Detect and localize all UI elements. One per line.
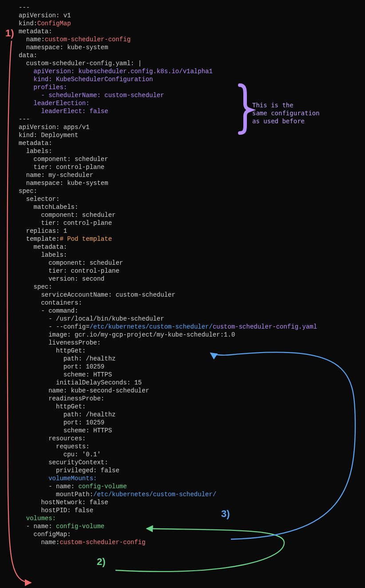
- configmap-name: custom-scheduler-config: [45, 36, 131, 43]
- code-line: apiVersion: apps/v1: [19, 124, 90, 131]
- code-line: apiVersion: v1: [19, 12, 71, 19]
- marker-one: 1): [5, 29, 14, 37]
- volmount-name: config-volume: [78, 483, 127, 490]
- code-line: - command:: [19, 307, 78, 314]
- code-line: scheme: HTTPS: [19, 427, 112, 434]
- embedded-config-line: kind: KubeSchedulerConfiguration: [19, 76, 153, 83]
- code-line: spec:: [19, 283, 52, 290]
- vol-name: config-volume: [56, 523, 104, 530]
- code-line: name:: [19, 36, 45, 43]
- mount-path: /etc/kubernetes/custom-scheduler/: [93, 491, 216, 498]
- code-line: path: /healthz: [19, 411, 115, 418]
- code-line: namespace: kube-system: [19, 44, 108, 51]
- code-line: component: scheduler: [19, 259, 123, 267]
- yaml-code-block: --- apiVersion: v1 kind:ConfigMap metada…: [19, 4, 317, 546]
- code-line: containers:: [19, 299, 82, 306]
- code-line: ---: [19, 116, 30, 123]
- code-line: template:: [19, 235, 60, 243]
- code-line: component: scheduler: [19, 156, 108, 163]
- code-line: - /usr/local/bin/kube-scheduler: [19, 315, 164, 322]
- diagram-stage: 1) 2) 3) This is the same configuration …: [0, 0, 365, 588]
- pod-template-comment: # Pod template: [60, 235, 112, 243]
- code-line: custom-scheduler-config.yaml: |: [19, 60, 142, 67]
- embedded-config-line: leaderElect: false: [19, 108, 108, 115]
- volumemounts-key: volumeMounts:: [19, 475, 97, 482]
- code-line: requests:: [19, 443, 90, 450]
- code-line: component: scheduler: [19, 212, 115, 219]
- marker-two: 2): [97, 558, 106, 566]
- code-line: labels:: [19, 251, 67, 259]
- code-line: readinessProbe:: [19, 395, 104, 402]
- code-line: - --config=: [19, 323, 90, 330]
- code-line: labels:: [19, 148, 52, 155]
- code-line: kind: Deployment: [19, 132, 78, 139]
- code-line: httpGet:: [19, 403, 86, 410]
- code-line: kind:: [19, 20, 37, 27]
- config-path-file: custom-scheduler-config.yaml: [213, 323, 317, 330]
- code-line: matchLabels:: [19, 204, 78, 211]
- embedded-config-line: leaderElection:: [19, 100, 90, 107]
- code-line: name: kube-second-scheduler: [19, 387, 149, 394]
- code-line: - name:: [19, 523, 56, 530]
- code-line: selector:: [19, 196, 60, 203]
- code-line: securityContext:: [19, 459, 108, 466]
- code-line: cpu: '0.1': [19, 451, 101, 458]
- code-line: version: second: [19, 275, 104, 282]
- code-line: tier: control-plane: [19, 164, 104, 171]
- embedded-config-line: - schedulerName: custom-scheduler: [19, 92, 164, 99]
- code-line: name:: [19, 539, 60, 546]
- kind-configmap: ConfigMap: [37, 20, 71, 27]
- code-line: hostPID: false: [19, 507, 93, 514]
- code-line: livenessProbe:: [19, 339, 101, 346]
- embedded-config-line: profiles:: [19, 84, 67, 91]
- code-line: ---: [19, 4, 30, 11]
- code-line: scheme: HTTPS: [19, 371, 112, 378]
- code-line: httpGet:: [19, 347, 86, 354]
- code-line: - name:: [19, 483, 78, 490]
- code-line: serviceAccountName: custom-scheduler: [19, 291, 175, 298]
- code-line: privileged: false: [19, 467, 119, 474]
- code-line: path: /healthz: [19, 355, 115, 362]
- code-line: metadata:: [19, 28, 52, 35]
- code-line: initialDelaySeconds: 15: [19, 379, 142, 386]
- code-line: hostNetwork: false: [19, 499, 108, 506]
- code-line: tier: control-plane: [19, 220, 112, 227]
- code-line: namespace: kube-system: [19, 180, 108, 187]
- embedded-config-line: apiVersion: kubescheduler.config.k8s.io/…: [19, 68, 213, 75]
- code-line: port: 10259: [19, 419, 104, 426]
- volumes-key: volumes:: [19, 515, 56, 522]
- code-line: metadata:: [19, 140, 52, 147]
- code-line: tier: control-plane: [19, 267, 119, 274]
- code-line: spec:: [19, 188, 37, 195]
- code-line: replicas: 1: [19, 227, 67, 235]
- code-line: data:: [19, 52, 37, 59]
- code-line: configMap:: [19, 531, 71, 538]
- code-line: mountPath:: [19, 491, 93, 498]
- code-line: resources:: [19, 435, 86, 442]
- vol-configmap-name: custom-scheduler-config: [60, 539, 145, 546]
- code-line: name: my-scheduler: [19, 172, 93, 179]
- code-line: metadata:: [19, 243, 67, 251]
- code-line: port: 10259: [19, 363, 104, 370]
- code-line: image: gcr.io/my-gcp-project/my-kube-sch…: [19, 331, 235, 338]
- config-path-dir: /etc/kubernetes/custom-scheduler/: [90, 323, 213, 330]
